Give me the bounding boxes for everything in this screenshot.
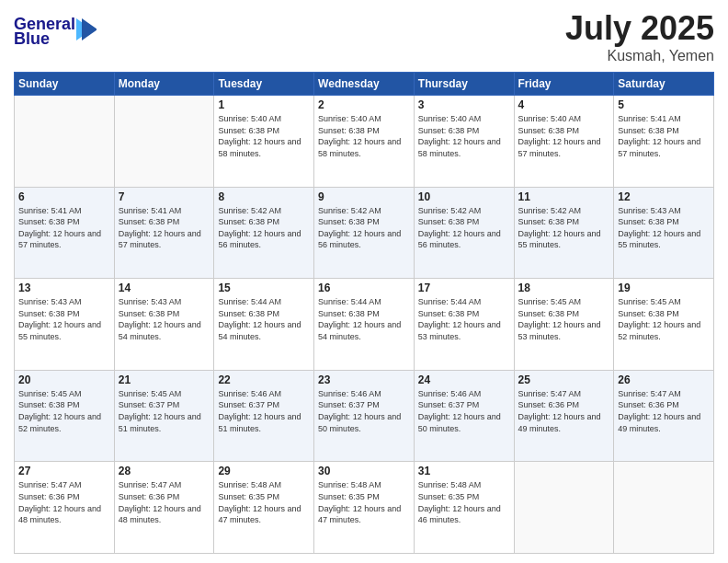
calendar-cell: [514, 462, 614, 554]
calendar-cell: 30Sunrise: 5:48 AMSunset: 6:35 PMDayligh…: [314, 462, 415, 554]
calendar-cell: 28Sunrise: 5:47 AMSunset: 6:36 PMDayligh…: [114, 462, 214, 554]
day-info: Sunrise: 5:47 AMSunset: 6:36 PMDaylight:…: [618, 388, 710, 434]
calendar-cell: 4Sunrise: 5:40 AMSunset: 6:38 PMDaylight…: [514, 96, 614, 188]
day-number: 4: [518, 98, 610, 111]
calendar-cell: 15Sunrise: 5:44 AMSunset: 6:38 PMDayligh…: [214, 279, 314, 371]
day-info: Sunrise: 5:40 AMSunset: 6:38 PMDaylight:…: [218, 113, 310, 159]
col-sunday: Sunday: [15, 73, 115, 96]
day-number: 24: [418, 373, 510, 386]
calendar-header-row: Sunday Monday Tuesday Wednesday Thursday…: [15, 73, 714, 96]
calendar-table: Sunday Monday Tuesday Wednesday Thursday…: [14, 72, 714, 554]
calendar-cell: 13Sunrise: 5:43 AMSunset: 6:38 PMDayligh…: [15, 279, 115, 371]
calendar-week-row: 27Sunrise: 5:47 AMSunset: 6:36 PMDayligh…: [15, 462, 714, 554]
day-info: Sunrise: 5:40 AMSunset: 6:38 PMDaylight:…: [418, 113, 510, 159]
day-number: 12: [618, 190, 710, 203]
calendar-week-row: 13Sunrise: 5:43 AMSunset: 6:38 PMDayligh…: [15, 279, 714, 371]
calendar-cell: 17Sunrise: 5:44 AMSunset: 6:38 PMDayligh…: [414, 279, 514, 371]
logo-svg: General Blue: [14, 9, 97, 51]
day-info: Sunrise: 5:42 AMSunset: 6:38 PMDaylight:…: [318, 205, 410, 251]
day-info: Sunrise: 5:46 AMSunset: 6:37 PMDaylight:…: [318, 388, 410, 434]
header: General Blue July 2025 Kusmah, Yemen: [14, 9, 714, 64]
day-number: 20: [18, 373, 110, 386]
calendar-cell: 26Sunrise: 5:47 AMSunset: 6:36 PMDayligh…: [614, 370, 714, 462]
day-number: 17: [418, 282, 510, 294]
day-info: Sunrise: 5:43 AMSunset: 6:38 PMDaylight:…: [119, 296, 210, 342]
calendar-cell: 12Sunrise: 5:43 AMSunset: 6:38 PMDayligh…: [614, 187, 714, 279]
day-number: 19: [618, 282, 710, 294]
day-number: 8: [218, 190, 310, 203]
col-wednesday: Wednesday: [314, 73, 415, 96]
title-block: July 2025 Kusmah, Yemen: [565, 9, 714, 64]
day-number: 28: [119, 465, 210, 477]
calendar-cell: [114, 96, 214, 188]
logo: General Blue: [14, 9, 97, 51]
day-number: 22: [218, 373, 310, 386]
calendar-cell: 31Sunrise: 5:48 AMSunset: 6:35 PMDayligh…: [414, 462, 514, 554]
day-number: 25: [518, 373, 610, 386]
calendar-week-row: 1Sunrise: 5:40 AMSunset: 6:38 PMDaylight…: [15, 96, 714, 188]
day-info: Sunrise: 5:45 AMSunset: 6:38 PMDaylight:…: [18, 388, 110, 434]
day-number: 2: [318, 98, 410, 111]
calendar-cell: 14Sunrise: 5:43 AMSunset: 6:38 PMDayligh…: [114, 279, 214, 371]
day-info: Sunrise: 5:45 AMSunset: 6:37 PMDaylight:…: [119, 388, 210, 434]
day-number: 5: [618, 98, 710, 111]
calendar-week-row: 20Sunrise: 5:45 AMSunset: 6:38 PMDayligh…: [15, 370, 714, 462]
title-month: July 2025: [565, 9, 714, 48]
svg-text:Blue: Blue: [14, 29, 50, 48]
calendar-cell: [614, 462, 714, 554]
day-number: 27: [18, 465, 110, 477]
calendar-cell: [15, 96, 115, 188]
calendar-cell: 29Sunrise: 5:48 AMSunset: 6:35 PMDayligh…: [214, 462, 314, 554]
day-info: Sunrise: 5:41 AMSunset: 6:38 PMDaylight:…: [18, 205, 110, 251]
day-number: 3: [418, 98, 510, 111]
calendar-cell: 18Sunrise: 5:45 AMSunset: 6:38 PMDayligh…: [514, 279, 614, 371]
day-info: Sunrise: 5:42 AMSunset: 6:38 PMDaylight:…: [418, 205, 510, 251]
calendar-cell: 3Sunrise: 5:40 AMSunset: 6:38 PMDaylight…: [414, 96, 514, 188]
calendar-cell: 1Sunrise: 5:40 AMSunset: 6:38 PMDaylight…: [214, 96, 314, 188]
day-number: 15: [218, 282, 310, 294]
calendar-week-row: 6Sunrise: 5:41 AMSunset: 6:38 PMDaylight…: [15, 187, 714, 279]
day-number: 10: [418, 190, 510, 203]
col-saturday: Saturday: [614, 73, 714, 96]
day-info: Sunrise: 5:46 AMSunset: 6:37 PMDaylight:…: [418, 388, 510, 434]
day-info: Sunrise: 5:44 AMSunset: 6:38 PMDaylight:…: [418, 296, 510, 342]
calendar-cell: 27Sunrise: 5:47 AMSunset: 6:36 PMDayligh…: [15, 462, 115, 554]
day-info: Sunrise: 5:48 AMSunset: 6:35 PMDaylight:…: [218, 479, 310, 525]
day-number: 9: [318, 190, 410, 203]
day-number: 21: [119, 373, 210, 386]
col-friday: Friday: [514, 73, 614, 96]
col-monday: Monday: [114, 73, 214, 96]
day-number: 18: [518, 282, 610, 294]
col-thursday: Thursday: [414, 73, 514, 96]
svg-marker-3: [82, 18, 97, 40]
day-number: 26: [618, 373, 710, 386]
day-number: 14: [119, 282, 210, 294]
calendar-cell: 25Sunrise: 5:47 AMSunset: 6:36 PMDayligh…: [514, 370, 614, 462]
day-info: Sunrise: 5:42 AMSunset: 6:38 PMDaylight:…: [518, 205, 610, 251]
calendar-cell: 2Sunrise: 5:40 AMSunset: 6:38 PMDaylight…: [314, 96, 415, 188]
day-number: 7: [119, 190, 210, 203]
calendar-cell: 10Sunrise: 5:42 AMSunset: 6:38 PMDayligh…: [414, 187, 514, 279]
col-tuesday: Tuesday: [214, 73, 314, 96]
calendar-cell: 5Sunrise: 5:41 AMSunset: 6:38 PMDaylight…: [614, 96, 714, 188]
day-info: Sunrise: 5:40 AMSunset: 6:38 PMDaylight:…: [518, 113, 610, 159]
day-info: Sunrise: 5:42 AMSunset: 6:38 PMDaylight:…: [218, 205, 310, 251]
day-number: 29: [218, 465, 310, 477]
calendar-cell: 8Sunrise: 5:42 AMSunset: 6:38 PMDaylight…: [214, 187, 314, 279]
page: General Blue July 2025 Kusmah, Yemen Sun…: [0, 0, 728, 563]
calendar-cell: 21Sunrise: 5:45 AMSunset: 6:37 PMDayligh…: [114, 370, 214, 462]
day-number: 16: [318, 282, 410, 294]
calendar-cell: 16Sunrise: 5:44 AMSunset: 6:38 PMDayligh…: [314, 279, 415, 371]
day-info: Sunrise: 5:41 AMSunset: 6:38 PMDaylight:…: [119, 205, 210, 251]
calendar-cell: 11Sunrise: 5:42 AMSunset: 6:38 PMDayligh…: [514, 187, 614, 279]
day-info: Sunrise: 5:44 AMSunset: 6:38 PMDaylight:…: [318, 296, 410, 342]
day-info: Sunrise: 5:44 AMSunset: 6:38 PMDaylight:…: [218, 296, 310, 342]
day-info: Sunrise: 5:41 AMSunset: 6:38 PMDaylight:…: [618, 113, 710, 159]
calendar-cell: 9Sunrise: 5:42 AMSunset: 6:38 PMDaylight…: [314, 187, 415, 279]
day-info: Sunrise: 5:48 AMSunset: 6:35 PMDaylight:…: [318, 479, 410, 525]
day-info: Sunrise: 5:48 AMSunset: 6:35 PMDaylight:…: [418, 479, 510, 525]
calendar-cell: 7Sunrise: 5:41 AMSunset: 6:38 PMDaylight…: [114, 187, 214, 279]
day-number: 11: [518, 190, 610, 203]
day-info: Sunrise: 5:47 AMSunset: 6:36 PMDaylight:…: [518, 388, 610, 434]
calendar-cell: 23Sunrise: 5:46 AMSunset: 6:37 PMDayligh…: [314, 370, 415, 462]
